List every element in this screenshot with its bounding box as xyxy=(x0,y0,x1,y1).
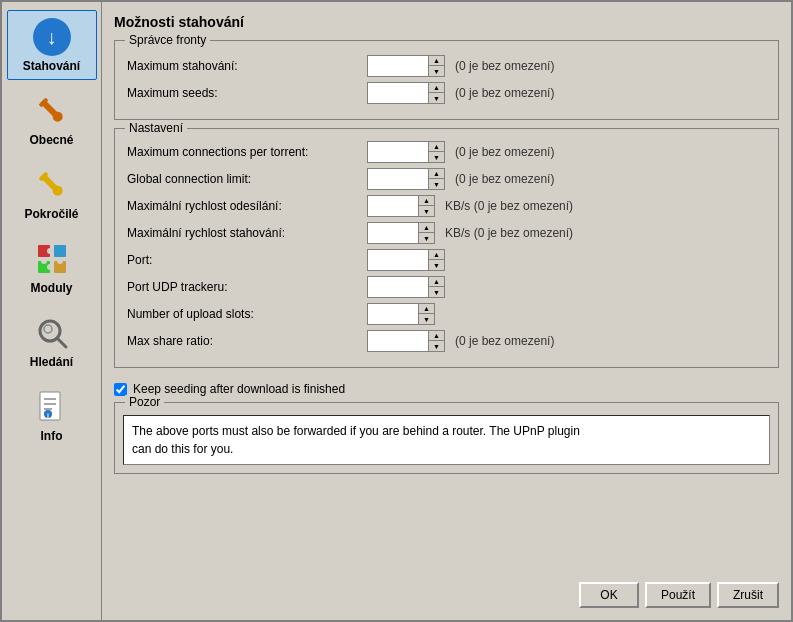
queue-manager-title: Správce fronty xyxy=(125,33,210,47)
max-upload-speed-spinner[interactable]: 0 ▲ ▼ xyxy=(367,195,435,217)
max-seeds-spinner[interactable]: 0 ▲ ▼ xyxy=(367,82,445,104)
upload-slots-down[interactable]: ▼ xyxy=(418,314,434,324)
max-conn-torrent-field[interactable]: 120 xyxy=(368,142,428,162)
wrench-yellow-icon xyxy=(32,165,72,205)
port-udp-up[interactable]: ▲ xyxy=(428,277,444,287)
max-seeds-down[interactable]: ▼ xyxy=(428,93,444,103)
port-field[interactable]: 6881 xyxy=(368,250,428,270)
max-upload-speed-up[interactable]: ▲ xyxy=(418,196,434,206)
global-conn-down[interactable]: ▼ xyxy=(428,179,444,189)
pozor-text: The above ports must also be forwarded i… xyxy=(123,415,770,465)
sidebar-item-obecné[interactable]: Obecné xyxy=(7,84,97,154)
port-udp-spin-buttons: ▲ ▼ xyxy=(428,277,444,297)
sidebar-item-info[interactable]: i Info xyxy=(7,380,97,450)
download-icon: ↓ xyxy=(32,17,72,57)
max-conn-torrent-down[interactable]: ▼ xyxy=(428,152,444,162)
max-download-speed-spin-buttons: ▲ ▼ xyxy=(418,223,434,243)
max-downloads-hint: (0 je bez omezení) xyxy=(455,59,554,73)
svg-point-10 xyxy=(47,248,53,254)
max-upload-speed-field[interactable]: 0 xyxy=(368,196,418,216)
port-row: Port: 6881 ▲ ▼ xyxy=(127,249,766,271)
zrusit-button[interactable]: Zrušit xyxy=(717,582,779,608)
global-conn-up[interactable]: ▲ xyxy=(428,169,444,179)
keep-seeding-checkbox[interactable] xyxy=(114,383,127,396)
port-udp-field[interactable]: 4444 xyxy=(368,277,428,297)
sidebar-item-stahování-label: Stahování xyxy=(23,59,80,73)
max-seeds-up[interactable]: ▲ xyxy=(428,83,444,93)
port-udp-row: Port UDP trackeru: 4444 ▲ ▼ xyxy=(127,276,766,298)
max-conn-torrent-spin-buttons: ▲ ▼ xyxy=(428,142,444,162)
max-download-speed-down[interactable]: ▼ xyxy=(418,233,434,243)
max-share-ratio-row: Max share ratio: 0.00 ▲ ▼ (0 je bez omez… xyxy=(127,330,766,352)
max-upload-speed-down[interactable]: ▼ xyxy=(418,206,434,216)
wrench-orange-icon xyxy=(32,91,72,131)
upload-slots-label: Number of upload slots: xyxy=(127,307,367,321)
port-wrap: 6881 ▲ ▼ xyxy=(367,249,445,271)
port-udp-down[interactable]: ▼ xyxy=(428,287,444,297)
svg-point-13 xyxy=(57,258,63,264)
global-conn-wrap: 800 ▲ ▼ (0 je bez omezení) xyxy=(367,168,554,190)
max-upload-speed-wrap: 0 ▲ ▼ KB/s (0 je bez omezení) xyxy=(367,195,573,217)
ok-button[interactable]: OK xyxy=(579,582,639,608)
sidebar-item-moduly-label: Moduly xyxy=(31,281,73,295)
button-row: OK Použít Zrušit xyxy=(114,574,779,608)
max-downloads-input-wrap: 0 ▲ ▼ (0 je bez omezení) xyxy=(367,55,554,77)
global-conn-spin-buttons: ▲ ▼ xyxy=(428,169,444,189)
max-download-speed-field[interactable]: 0 xyxy=(368,223,418,243)
main-dialog: ↓ Stahování Obecné xyxy=(0,0,793,622)
global-conn-spinner[interactable]: 800 ▲ ▼ xyxy=(367,168,445,190)
main-content: Možnosti stahování Správce fronty Maximu… xyxy=(102,2,791,620)
svg-line-15 xyxy=(57,338,66,347)
sidebar-item-pokročilé-label: Pokročilé xyxy=(24,207,78,221)
page-title: Možnosti stahování xyxy=(114,14,779,30)
upload-slots-field[interactable]: 2 xyxy=(368,304,418,324)
max-share-ratio-spinner[interactable]: 0.00 ▲ ▼ xyxy=(367,330,445,352)
max-download-speed-hint: KB/s (0 je bez omezení) xyxy=(445,226,573,240)
upload-slots-up[interactable]: ▲ xyxy=(418,304,434,314)
max-conn-torrent-row: Maximum connections per torrent: 120 ▲ ▼… xyxy=(127,141,766,163)
keep-seeding-label: Keep seeding after download is finished xyxy=(133,382,345,396)
max-download-speed-wrap: 0 ▲ ▼ KB/s (0 je bez omezení) xyxy=(367,222,573,244)
upload-slots-wrap: 2 ▲ ▼ xyxy=(367,303,435,325)
max-share-ratio-spin-buttons: ▲ ▼ xyxy=(428,331,444,351)
max-seeds-field[interactable]: 0 xyxy=(368,83,428,103)
pozor-line1: The above ports must also be forwarded i… xyxy=(132,424,580,438)
settings-title: Nastavení xyxy=(125,121,187,135)
sidebar-item-pokročilé[interactable]: Pokročilé xyxy=(7,158,97,228)
max-seeds-label: Maximum seeds: xyxy=(127,86,367,100)
upload-slots-row: Number of upload slots: 2 ▲ ▼ xyxy=(127,303,766,325)
max-download-speed-up[interactable]: ▲ xyxy=(418,223,434,233)
global-conn-field[interactable]: 800 xyxy=(368,169,428,189)
port-down[interactable]: ▼ xyxy=(428,260,444,270)
global-conn-hint: (0 je bez omezení) xyxy=(455,172,554,186)
port-udp-label: Port UDP trackeru: xyxy=(127,280,367,294)
max-seeds-input-wrap: 0 ▲ ▼ (0 je bez omezení) xyxy=(367,82,554,104)
sidebar-item-stahování[interactable]: ↓ Stahování xyxy=(7,10,97,80)
sidebar-item-hledání[interactable]: Hledání xyxy=(7,306,97,376)
max-downloads-up[interactable]: ▲ xyxy=(428,56,444,66)
pouzit-button[interactable]: Použít xyxy=(645,582,711,608)
max-downloads-down[interactable]: ▼ xyxy=(428,66,444,76)
max-conn-torrent-label: Maximum connections per torrent: xyxy=(127,145,367,159)
max-conn-torrent-up[interactable]: ▲ xyxy=(428,142,444,152)
sidebar-item-moduly[interactable]: Moduly xyxy=(7,232,97,302)
sidebar: ↓ Stahování Obecné xyxy=(2,2,102,620)
port-spinner[interactable]: 6881 ▲ ▼ xyxy=(367,249,445,271)
max-download-speed-spinner[interactable]: 0 ▲ ▼ xyxy=(367,222,435,244)
max-share-ratio-up[interactable]: ▲ xyxy=(428,331,444,341)
max-share-ratio-field[interactable]: 0.00 xyxy=(368,331,428,351)
port-up[interactable]: ▲ xyxy=(428,250,444,260)
svg-rect-7 xyxy=(54,245,66,257)
sidebar-item-obecné-label: Obecné xyxy=(29,133,73,147)
max-downloads-spinner[interactable]: 0 ▲ ▼ xyxy=(367,55,445,77)
max-conn-torrent-spinner[interactable]: 120 ▲ ▼ xyxy=(367,141,445,163)
port-udp-spinner[interactable]: 4444 ▲ ▼ xyxy=(367,276,445,298)
max-share-ratio-label: Max share ratio: xyxy=(127,334,367,348)
max-downloads-field[interactable]: 0 xyxy=(368,56,428,76)
max-share-ratio-down[interactable]: ▼ xyxy=(428,341,444,351)
port-udp-wrap: 4444 ▲ ▼ xyxy=(367,276,445,298)
svg-text:i: i xyxy=(47,412,49,419)
keep-seeding-row: Keep seeding after download is finished xyxy=(114,382,779,396)
upload-slots-spinner[interactable]: 2 ▲ ▼ xyxy=(367,303,435,325)
pozor-title: Pozor xyxy=(125,395,164,409)
